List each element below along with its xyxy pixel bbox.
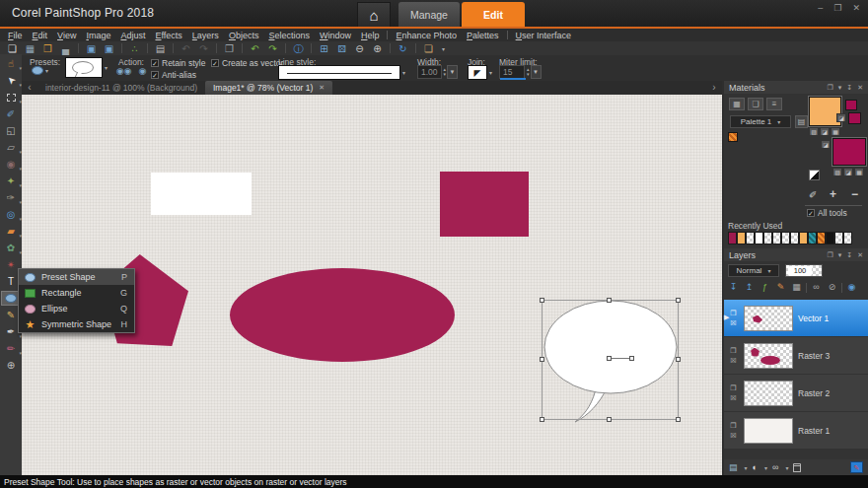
all-tools-checkbox[interactable]: ✓ All tools xyxy=(807,208,847,218)
menu-item-preset-shape[interactable]: Preset Shape P xyxy=(19,269,134,285)
texture-swatch[interactable] xyxy=(728,132,738,142)
pan-tool[interactable]: ☝▾ xyxy=(1,56,21,71)
link-toggle-icon[interactable]: ☒ xyxy=(728,394,739,401)
binoculars-icon[interactable]: ◉◉ xyxy=(116,65,131,76)
miter-limit-spinner[interactable]: 15 ▴▾ ▼ xyxy=(499,65,542,79)
resize-icon[interactable]: ⊞ xyxy=(318,42,330,55)
redo-icon[interactable]: ↷ xyxy=(266,42,279,55)
menu-selections[interactable]: Selections xyxy=(263,31,315,40)
crop-tool[interactable]: ◱ xyxy=(1,123,21,138)
layer-thumbnail[interactable] xyxy=(744,381,793,406)
width-flyout-button[interactable]: ▼ xyxy=(447,65,458,79)
layer-thumbnail[interactable] xyxy=(744,418,793,444)
fg-color-button[interactable]: ▨ xyxy=(809,127,819,136)
width-spinner[interactable]: 1.00 ▴▾ ▼ xyxy=(417,65,458,79)
pick-tool[interactable]: ➤▾ xyxy=(1,73,21,88)
layer-row-vector-1[interactable]: ▶ ❒ ☒ Vector 1 xyxy=(724,300,868,336)
color-swatch[interactable] xyxy=(790,232,799,244)
menu-image[interactable]: Image xyxy=(81,31,115,40)
clone-tool[interactable]: ✑▾ xyxy=(1,190,21,205)
fill-mini-swatch[interactable] xyxy=(848,112,861,124)
edit-selectively-icon[interactable]: ✎ xyxy=(774,281,787,294)
presets-dropdown[interactable]: ▾ xyxy=(32,66,48,75)
bg-mini-button[interactable]: ◪ xyxy=(821,140,831,149)
layer-row-raster-1[interactable]: ❒ ☒ Raster 1 xyxy=(724,412,868,449)
layer-thumbnail[interactable] xyxy=(744,306,793,331)
menu-palettes[interactable]: Palettes xyxy=(462,31,504,40)
fg-gradient-button[interactable]: ◪ xyxy=(820,127,830,136)
scan-icon[interactable]: ▄ xyxy=(59,42,72,55)
shape-preview-dropdown[interactable]: ▾ xyxy=(65,57,108,78)
color-swatch[interactable] xyxy=(843,232,852,244)
selection-bounding-box[interactable] xyxy=(542,300,679,420)
menu-adjust[interactable]: Adjust xyxy=(115,31,150,40)
new-adjustment-layer-icon[interactable]: ◐ xyxy=(753,460,758,474)
close-icon[interactable]: ✕ xyxy=(857,84,863,92)
zoom-in-icon[interactable]: ⊕ xyxy=(371,42,384,55)
color-swatch[interactable] xyxy=(834,232,843,244)
join-dropdown[interactable]: ◤ ▾ xyxy=(468,65,492,80)
undo-icon[interactable]: ↶ xyxy=(249,42,261,55)
pivot-handle[interactable] xyxy=(607,356,612,361)
anti-alias-checkbox[interactable]: ✓ Anti-alias xyxy=(151,70,196,80)
new-layer-group-icon[interactable]: ƒ xyxy=(759,281,771,294)
dropper-icon[interactable]: ✐ xyxy=(809,189,817,200)
minimize-button[interactable]: – xyxy=(818,3,823,13)
visibility-icon[interactable]: ❒ xyxy=(728,310,739,316)
edit-selectively-button[interactable]: ✎ xyxy=(850,461,863,473)
color-swatch[interactable] xyxy=(826,232,834,244)
layer-row-raster-3[interactable]: ❒ ☒ Raster 3 xyxy=(724,337,868,374)
browse-icon[interactable]: ▦ xyxy=(24,42,36,55)
menu-enhance-photo[interactable]: Enhance Photo xyxy=(391,31,462,40)
selection-handle[interactable] xyxy=(676,357,681,362)
link-toggle-icon[interactable]: ☒ xyxy=(728,432,739,439)
color-swatch[interactable] xyxy=(737,232,746,244)
selection-handle[interactable] xyxy=(676,417,681,422)
eraser-tool[interactable]: ▰▾ xyxy=(1,224,21,239)
color-swatch[interactable] xyxy=(755,232,763,244)
swap-mini-button[interactable]: ◪ xyxy=(836,113,846,122)
zoom-out-icon[interactable]: ⊖ xyxy=(353,42,366,55)
zoom-tool[interactable]: ⊕ xyxy=(1,358,21,373)
stroke-mini-swatch[interactable] xyxy=(845,100,857,110)
blend-mode-dropdown[interactable]: Normal ▾ xyxy=(728,264,779,277)
color-swatch[interactable] xyxy=(728,232,737,244)
menu-item-symmetric-shape[interactable]: ★ Symmetric Shape H xyxy=(19,316,134,332)
visibility-icon[interactable]: ❒ xyxy=(728,347,739,354)
refresh-icon[interactable]: ↻ xyxy=(397,42,409,55)
color-swatch[interactable] xyxy=(763,232,772,244)
highlight-layer-icon[interactable]: ◉ xyxy=(845,281,858,294)
ellipse-shape[interactable] xyxy=(230,268,455,362)
menu-window[interactable]: Window xyxy=(315,31,356,40)
white-rectangle-shape[interactable] xyxy=(151,173,252,215)
menu-item-ellipse[interactable]: Ellipse Q xyxy=(19,301,134,316)
eye-icon[interactable]: ◉ xyxy=(135,65,150,76)
selection-handle[interactable] xyxy=(676,298,681,303)
pin-icon[interactable]: ↧ xyxy=(846,84,852,92)
open-icon[interactable]: ❒ xyxy=(41,42,54,55)
color-swatch[interactable] xyxy=(799,232,808,244)
link-layers-icon[interactable]: ∞ xyxy=(810,281,823,294)
bg-pattern-button[interactable]: ▦ xyxy=(854,168,864,176)
workspace-tab-manage[interactable]: Manage xyxy=(398,2,460,27)
share-icon[interactable]: ∴ xyxy=(128,42,141,55)
print-icon[interactable]: ▤ xyxy=(154,42,167,55)
selection-brush-tool[interactable]: ◎▾ xyxy=(1,207,21,222)
menu-layers[interactable]: Layers xyxy=(187,31,224,40)
selection-handle[interactable] xyxy=(540,298,544,303)
link-toggle-icon[interactable]: ☒ xyxy=(728,357,739,364)
add-swatch-button[interactable]: + xyxy=(830,187,836,201)
bg-gradient-button[interactable]: ◪ xyxy=(843,168,853,176)
tab-scroll-left-icon[interactable]: ‹ xyxy=(22,81,37,95)
color-swatch[interactable] xyxy=(772,232,781,244)
background-color-swatch[interactable] xyxy=(832,138,866,166)
hsl-map-view-icon[interactable]: ❑ xyxy=(748,98,763,110)
new-image-icon[interactable]: ❏ xyxy=(6,42,19,55)
color-swatch[interactable] xyxy=(808,232,817,244)
float-panel-icon[interactable]: ❐ xyxy=(827,84,832,92)
link-toggle-icon[interactable]: ☒ xyxy=(728,319,739,326)
menu-effects[interactable]: Effects xyxy=(150,31,186,40)
copy-special-icon[interactable]: ❏ xyxy=(422,42,435,55)
red-eye-tool[interactable]: ◉▾ xyxy=(1,157,21,172)
selection-handle[interactable] xyxy=(607,417,612,422)
